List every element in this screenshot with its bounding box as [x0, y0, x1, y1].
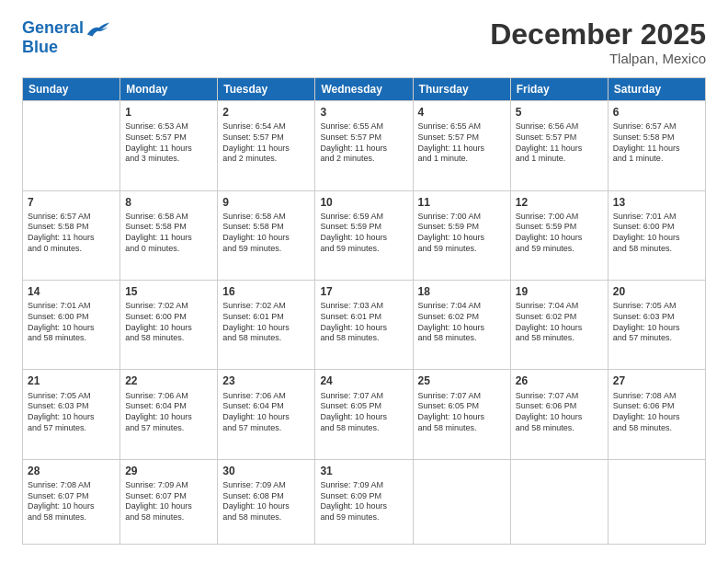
day-number: 25	[418, 373, 506, 388]
table-row: 10Sunrise: 6:59 AMSunset: 5:59 PMDayligh…	[315, 190, 413, 280]
table-row: 17Sunrise: 7:03 AMSunset: 6:01 PMDayligh…	[315, 280, 413, 369]
day-info: Sunrise: 7:09 AMSunset: 6:09 PMDaylight:…	[320, 480, 407, 523]
weekday-header-row: Sunday Monday Tuesday Wednesday Thursday…	[23, 78, 706, 101]
table-row: 1Sunrise: 6:53 AMSunset: 5:57 PMDaylight…	[120, 101, 218, 190]
table-row: 18Sunrise: 7:04 AMSunset: 6:02 PMDayligh…	[413, 280, 510, 369]
day-number: 22	[125, 373, 212, 388]
day-info: Sunrise: 7:02 AMSunset: 6:01 PMDaylight:…	[222, 301, 310, 344]
day-number: 1	[125, 105, 212, 120]
table-row	[510, 459, 608, 544]
day-info: Sunrise: 6:55 AMSunset: 5:57 PMDaylight:…	[320, 121, 407, 165]
table-row: 15Sunrise: 7:02 AMSunset: 6:00 PMDayligh…	[120, 280, 218, 369]
table-row: 13Sunrise: 7:01 AMSunset: 6:00 PMDayligh…	[608, 190, 705, 280]
calendar-table: Sunday Monday Tuesday Wednesday Thursday…	[22, 77, 706, 545]
day-info: Sunrise: 6:58 AMSunset: 5:58 PMDaylight:…	[125, 212, 212, 255]
table-row: 3Sunrise: 6:55 AMSunset: 5:57 PMDaylight…	[315, 101, 413, 190]
table-row: 24Sunrise: 7:07 AMSunset: 6:05 PMDayligh…	[315, 370, 413, 459]
day-info: Sunrise: 6:57 AMSunset: 5:58 PMDaylight:…	[28, 212, 115, 255]
day-number: 18	[418, 284, 506, 299]
header-friday: Friday	[510, 78, 608, 101]
table-row: 16Sunrise: 7:02 AMSunset: 6:01 PMDayligh…	[218, 280, 315, 369]
header: General Blue December 2025 Tlalpan, Mexi…	[22, 18, 706, 66]
day-number: 7	[28, 195, 115, 210]
day-info: Sunrise: 6:58 AMSunset: 5:58 PMDaylight:…	[222, 212, 310, 255]
day-info: Sunrise: 6:56 AMSunset: 5:57 PMDaylight:…	[516, 121, 603, 165]
day-number: 30	[222, 464, 310, 478]
day-number: 12	[516, 195, 603, 210]
table-row: 2Sunrise: 6:54 AMSunset: 5:57 PMDaylight…	[218, 101, 315, 190]
table-row: 29Sunrise: 7:09 AMSunset: 6:07 PMDayligh…	[120, 459, 218, 544]
table-row	[413, 459, 510, 544]
day-info: Sunrise: 7:05 AMSunset: 6:03 PMDaylight:…	[613, 301, 700, 344]
day-number: 20	[613, 284, 700, 299]
day-number: 10	[320, 195, 407, 210]
logo-text-line1: General	[22, 19, 84, 38]
day-number: 26	[516, 373, 603, 388]
table-row: 30Sunrise: 7:09 AMSunset: 6:08 PMDayligh…	[218, 459, 315, 544]
table-row: 5Sunrise: 6:56 AMSunset: 5:57 PMDaylight…	[510, 101, 608, 190]
day-number: 2	[222, 105, 310, 120]
day-number: 8	[125, 195, 212, 210]
day-info: Sunrise: 7:08 AMSunset: 6:07 PMDaylight:…	[28, 480, 115, 523]
table-row: 26Sunrise: 7:07 AMSunset: 6:06 PMDayligh…	[510, 370, 608, 459]
table-row: 9Sunrise: 6:58 AMSunset: 5:58 PMDaylight…	[218, 190, 315, 280]
day-info: Sunrise: 7:05 AMSunset: 6:03 PMDaylight:…	[28, 391, 115, 434]
table-row: 11Sunrise: 7:00 AMSunset: 5:59 PMDayligh…	[413, 190, 510, 280]
day-number: 9	[222, 195, 310, 210]
table-row	[23, 101, 120, 190]
table-row: 4Sunrise: 6:55 AMSunset: 5:57 PMDaylight…	[413, 101, 510, 190]
table-row: 6Sunrise: 6:57 AMSunset: 5:58 PMDaylight…	[608, 101, 705, 190]
day-info: Sunrise: 6:53 AMSunset: 5:57 PMDaylight:…	[125, 121, 212, 165]
table-row: 22Sunrise: 7:06 AMSunset: 6:04 PMDayligh…	[120, 370, 218, 459]
table-row: 21Sunrise: 7:05 AMSunset: 6:03 PMDayligh…	[23, 370, 120, 459]
day-info: Sunrise: 7:01 AMSunset: 6:00 PMDaylight:…	[28, 301, 115, 344]
table-row: 14Sunrise: 7:01 AMSunset: 6:00 PMDayligh…	[23, 280, 120, 369]
page: General Blue December 2025 Tlalpan, Mexi…	[0, 0, 728, 563]
day-number: 31	[320, 464, 407, 478]
day-number: 24	[320, 373, 407, 388]
month-title: December 2025	[490, 18, 706, 51]
location: Tlalpan, Mexico	[490, 51, 706, 66]
table-row: 25Sunrise: 7:07 AMSunset: 6:05 PMDayligh…	[413, 370, 510, 459]
day-info: Sunrise: 7:04 AMSunset: 6:02 PMDaylight:…	[516, 301, 603, 344]
header-wednesday: Wednesday	[315, 78, 413, 101]
table-row: 19Sunrise: 7:04 AMSunset: 6:02 PMDayligh…	[510, 280, 608, 369]
day-info: Sunrise: 7:06 AMSunset: 6:04 PMDaylight:…	[222, 391, 310, 434]
day-number: 23	[222, 373, 310, 388]
logo-text-line2: Blue	[22, 39, 58, 57]
day-info: Sunrise: 7:06 AMSunset: 6:04 PMDaylight:…	[125, 391, 212, 434]
day-info: Sunrise: 6:59 AMSunset: 5:59 PMDaylight:…	[320, 212, 407, 255]
day-number: 15	[125, 284, 212, 299]
header-saturday: Saturday	[608, 78, 705, 101]
day-info: Sunrise: 7:03 AMSunset: 6:01 PMDaylight:…	[320, 301, 407, 344]
day-number: 19	[516, 284, 603, 299]
table-row: 28Sunrise: 7:08 AMSunset: 6:07 PMDayligh…	[23, 459, 120, 544]
day-info: Sunrise: 7:07 AMSunset: 6:05 PMDaylight:…	[320, 391, 407, 434]
day-info: Sunrise: 6:54 AMSunset: 5:57 PMDaylight:…	[222, 121, 310, 165]
header-tuesday: Tuesday	[218, 78, 315, 101]
day-info: Sunrise: 7:09 AMSunset: 6:08 PMDaylight:…	[222, 480, 310, 523]
day-number: 11	[418, 195, 506, 210]
day-number: 4	[418, 105, 506, 120]
header-thursday: Thursday	[413, 78, 510, 101]
day-number: 6	[613, 105, 700, 120]
day-number: 17	[320, 284, 407, 299]
day-info: Sunrise: 7:02 AMSunset: 6:00 PMDaylight:…	[125, 301, 212, 344]
table-row: 27Sunrise: 7:08 AMSunset: 6:06 PMDayligh…	[608, 370, 705, 459]
day-number: 28	[28, 464, 115, 478]
day-info: Sunrise: 7:04 AMSunset: 6:02 PMDaylight:…	[418, 301, 506, 344]
table-row: 8Sunrise: 6:58 AMSunset: 5:58 PMDaylight…	[120, 190, 218, 280]
title-section: December 2025 Tlalpan, Mexico	[490, 18, 706, 66]
day-info: Sunrise: 7:08 AMSunset: 6:06 PMDaylight:…	[613, 391, 700, 434]
table-row: 12Sunrise: 7:00 AMSunset: 5:59 PMDayligh…	[510, 190, 608, 280]
day-number: 3	[320, 105, 407, 120]
table-row: 20Sunrise: 7:05 AMSunset: 6:03 PMDayligh…	[608, 280, 705, 369]
day-info: Sunrise: 6:57 AMSunset: 5:58 PMDaylight:…	[613, 121, 700, 165]
logo-bird-icon	[85, 18, 111, 39]
day-number: 5	[516, 105, 603, 120]
day-info: Sunrise: 6:55 AMSunset: 5:57 PMDaylight:…	[418, 121, 506, 165]
day-number: 13	[613, 195, 700, 210]
day-number: 16	[222, 284, 310, 299]
day-number: 14	[28, 284, 115, 299]
day-number: 29	[125, 464, 212, 478]
